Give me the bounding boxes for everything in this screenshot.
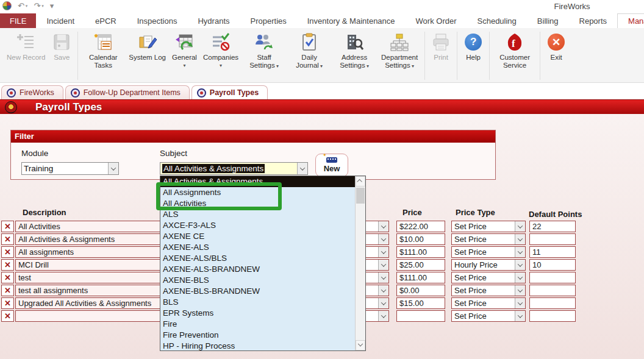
- default-points-cell[interactable]: [529, 272, 576, 283]
- customize-quick-access-icon[interactable]: ▾: [50, 2, 54, 10]
- dropdown-option[interactable]: BLS: [160, 297, 355, 308]
- row-subject-dropdown-button[interactable]: [378, 272, 388, 283]
- price-type-combobox[interactable]: Set Price: [451, 272, 526, 283]
- tab-reports[interactable]: Reports: [569, 13, 618, 28]
- delete-row-button[interactable]: ✕: [1, 310, 14, 322]
- save-button[interactable]: Save: [48, 30, 75, 81]
- default-points-cell[interactable]: 22: [529, 221, 576, 232]
- department-settings-button[interactable]: Department Settings: [377, 30, 422, 81]
- row-subject-dropdown-button[interactable]: [378, 311, 388, 321]
- tab-incident[interactable]: Incident: [36, 13, 85, 28]
- price-cell[interactable]: $111.00: [396, 246, 445, 258]
- system-log-button[interactable]: System Log: [126, 30, 169, 81]
- doc-tab-follow-up-department-items[interactable]: Follow-Up Department Items: [65, 85, 190, 99]
- tab-work-order[interactable]: Work Order: [406, 13, 467, 28]
- scroll-up-button[interactable]: [356, 176, 365, 187]
- price-type-dropdown-button[interactable]: [515, 260, 525, 270]
- staff-settings-button[interactable]: Staff Settings: [242, 30, 287, 81]
- dropdown-scrollbar[interactable]: [355, 176, 365, 350]
- row-subject-dropdown-button[interactable]: [378, 221, 388, 232]
- dropdown-option[interactable]: AXENE-ALS-BRANDNEW: [160, 264, 355, 275]
- price-type-dropdown-button[interactable]: [515, 234, 525, 244]
- delete-row-button[interactable]: ✕: [1, 297, 14, 309]
- delete-row-button[interactable]: ✕: [1, 221, 14, 232]
- address-settings-button[interactable]: Address Settings: [332, 30, 377, 81]
- new-payroll-type-button[interactable]: New: [315, 154, 348, 177]
- tab-billing[interactable]: Billing: [527, 13, 569, 28]
- delete-row-button[interactable]: ✕: [1, 285, 14, 296]
- dropdown-option[interactable]: Fire: [160, 319, 355, 330]
- exit-button[interactable]: ✕ Exit: [543, 30, 570, 81]
- dropdown-option[interactable]: AXENE-BLS-BRANDNEW: [160, 286, 355, 297]
- tab-inspections[interactable]: Inspections: [127, 13, 188, 28]
- general-button[interactable]: General: [169, 30, 200, 81]
- dropdown-option[interactable]: AXENE-ALS: [160, 242, 355, 253]
- default-points-cell[interactable]: [529, 285, 576, 296]
- module-combobox[interactable]: Training: [21, 162, 119, 175]
- dropdown-option[interactable]: ALS: [160, 209, 355, 220]
- module-dropdown-button[interactable]: [108, 163, 118, 174]
- price-cell[interactable]: $25.00: [396, 259, 445, 271]
- undo-button[interactable]: ↶ ▾: [18, 2, 27, 10]
- delete-row-button[interactable]: ✕: [1, 259, 14, 271]
- tab-scheduling[interactable]: Scheduling: [467, 13, 527, 28]
- tab-inventory-maintenance[interactable]: Inventory & Maintenance: [297, 13, 406, 28]
- price-cell[interactable]: $0.00: [396, 285, 445, 296]
- price-cell[interactable]: $111.00: [396, 272, 445, 283]
- new-record-button[interactable]: New Record: [4, 30, 48, 81]
- companies-button[interactable]: Companies: [200, 30, 242, 81]
- price-type-combobox[interactable]: Set Price: [451, 310, 526, 322]
- subject-dropdown-button[interactable]: [297, 163, 307, 174]
- dropdown-option[interactable]: Fire Prevention: [160, 330, 355, 341]
- price-type-dropdown-button[interactable]: [515, 272, 525, 283]
- row-subject-dropdown-button[interactable]: [378, 285, 388, 296]
- row-subject-dropdown-button[interactable]: [378, 234, 388, 244]
- default-points-cell[interactable]: [529, 233, 576, 245]
- price-cell[interactable]: $222.00: [396, 221, 445, 232]
- price-type-dropdown-button[interactable]: [515, 221, 525, 232]
- dropdown-option[interactable]: All Activities & Assignments: [160, 176, 355, 187]
- scrollbar-thumb[interactable]: [356, 188, 365, 204]
- dropdown-option[interactable]: AXENE-ALS/BLS: [160, 253, 355, 264]
- delete-row-button[interactable]: ✕: [1, 233, 14, 245]
- redo-button[interactable]: ↷ ▾: [34, 2, 43, 10]
- row-subject-dropdown-button[interactable]: [378, 260, 388, 270]
- delete-row-button[interactable]: ✕: [1, 272, 14, 283]
- tab-file[interactable]: FILE: [0, 13, 36, 28]
- doc-tab-payroll-types[interactable]: Payroll Types: [191, 85, 268, 99]
- price-type-dropdown-button[interactable]: [515, 285, 525, 296]
- price-type-combobox[interactable]: Set Price: [451, 233, 526, 245]
- price-cell[interactable]: $15.00: [396, 297, 445, 309]
- print-button[interactable]: Print: [428, 30, 454, 81]
- tab-epcr[interactable]: ePCR: [85, 13, 127, 28]
- price-cell[interactable]: [396, 310, 445, 322]
- tab-hydrants[interactable]: Hydrants: [187, 13, 240, 28]
- scroll-down-button[interactable]: [356, 340, 365, 350]
- subject-combobox[interactable]: All Activities & Assignments: [160, 162, 308, 175]
- price-type-combobox[interactable]: Set Price: [451, 285, 526, 296]
- dropdown-option[interactable]: AXENE-BLS: [160, 275, 355, 286]
- price-type-dropdown-button[interactable]: [515, 311, 525, 321]
- tab-management[interactable]: Management: [617, 13, 644, 28]
- default-points-cell[interactable]: 11: [529, 246, 576, 258]
- daily-journal-button[interactable]: Daily Journal: [287, 30, 332, 81]
- customer-service-button[interactable]: f Customer Service: [492, 30, 537, 81]
- dropdown-option[interactable]: HP - Hiring Process: [160, 341, 355, 350]
- price-type-dropdown-button[interactable]: [515, 247, 525, 257]
- row-subject-dropdown-button[interactable]: [378, 298, 388, 308]
- calendar-tasks-button[interactable]: ✹ Calendar Tasks: [80, 30, 126, 81]
- doc-tab-fireworks[interactable]: FireWorks: [1, 85, 63, 99]
- tab-properties[interactable]: Properties: [240, 13, 297, 28]
- dropdown-option[interactable]: EPR Systems: [160, 308, 355, 319]
- price-cell[interactable]: $10.00: [396, 233, 445, 245]
- price-type-combobox[interactable]: Set Price: [451, 246, 526, 258]
- row-subject-dropdown-button[interactable]: [378, 247, 388, 257]
- dropdown-option[interactable]: All Assignments: [160, 187, 355, 198]
- default-points-cell[interactable]: [529, 310, 576, 322]
- delete-row-button[interactable]: ✕: [1, 246, 14, 258]
- default-points-cell[interactable]: [529, 297, 576, 309]
- price-type-combobox[interactable]: Set Price: [451, 297, 526, 309]
- dropdown-option[interactable]: AXCE-F3-ALS: [160, 220, 355, 231]
- price-type-combobox[interactable]: Set Price: [451, 221, 526, 232]
- price-type-combobox[interactable]: Hourly Price: [451, 259, 526, 271]
